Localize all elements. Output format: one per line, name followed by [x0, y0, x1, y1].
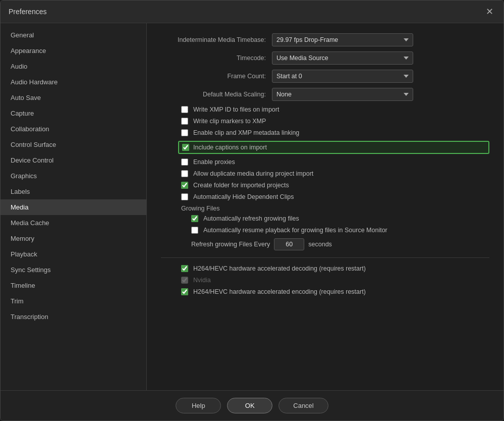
sidebar-item-trim[interactable]: Trim: [1, 293, 146, 309]
growing-checkbox-row-0: Automatically refresh growing files: [191, 215, 489, 222]
checkbox-4[interactable]: [181, 159, 188, 166]
sidebar-item-general[interactable]: General: [1, 27, 146, 43]
content-area: GeneralAppearanceAudioAudio HardwareAuto…: [1, 23, 503, 390]
help-button[interactable]: Help: [176, 398, 221, 413]
checkbox-label-3: Include captions on import: [193, 144, 267, 151]
sidebar-item-timeline[interactable]: Timeline: [1, 278, 146, 293]
indeterminate-label: Indeterminate Media Timebase:: [161, 36, 272, 43]
sidebar-item-auto-save[interactable]: Auto Save: [1, 90, 146, 106]
growing-files-checkboxes: Automatically refresh growing filesAutom…: [161, 215, 489, 234]
title-bar: Preferences ✕: [1, 1, 503, 23]
frame-count-control: Start at 0Start at 1: [272, 70, 413, 83]
hw-checkbox-1: [181, 277, 188, 284]
timecode-label: Timecode:: [161, 55, 272, 62]
checkbox-label-4: Enable proxies: [193, 159, 235, 166]
footer: Help OK Cancel: [1, 390, 503, 420]
checkbox-6[interactable]: [181, 182, 188, 189]
sidebar-item-control-surface[interactable]: Control Surface: [1, 137, 146, 152]
default-scaling-label: Default Media Scaling:: [161, 91, 272, 98]
hw-section: H264/HEVC hardware accelerated decoding …: [161, 265, 489, 295]
checkbox-5[interactable]: [181, 170, 188, 177]
frame-count-label: Frame Count:: [161, 73, 272, 80]
growing-checkbox-label-1: Automatically resume playback for growin…: [203, 227, 387, 234]
sidebar-item-audio[interactable]: Audio: [1, 59, 146, 74]
ok-button[interactable]: OK: [227, 398, 272, 413]
refresh-unit: seconds: [308, 241, 332, 248]
checkbox-label-1: Write clip markers to XMP: [193, 118, 266, 125]
sidebar-item-memory[interactable]: Memory: [1, 231, 146, 246]
main-content: Indeterminate Media Timebase: 29.97 fps …: [147, 23, 503, 390]
default-scaling-control: NoneSet to Frame SizeScale to Frame Size: [272, 88, 413, 101]
sidebar-item-labels[interactable]: Labels: [1, 184, 146, 199]
cancel-button[interactable]: Cancel: [278, 398, 328, 413]
sidebar-item-media-cache[interactable]: Media Cache: [1, 215, 146, 231]
hw-checkbox-label-0: H264/HEVC hardware accelerated decoding …: [193, 265, 366, 272]
hw-checkbox-row-2: H264/HEVC hardware accelerated encoding …: [181, 288, 489, 295]
checkbox-row-0: Write XMP ID to files on import: [181, 106, 489, 113]
sidebar-item-audio-hardware[interactable]: Audio Hardware: [1, 74, 146, 90]
refresh-row: Refresh growing Files Every seconds: [161, 238, 489, 250]
checkbox-7[interactable]: [181, 193, 188, 200]
timecode-control: Use Media SourceGenerate Timecode: [272, 51, 413, 65]
indeterminate-select[interactable]: 29.97 fps Drop-Frame23.976 fps24 fps25 f…: [272, 33, 413, 46]
sidebar: GeneralAppearanceAudioAudio HardwareAuto…: [1, 23, 147, 390]
hw-checkbox-0[interactable]: [181, 265, 188, 272]
checkbox-row-2: Enable clip and XMP metadata linking: [181, 129, 489, 136]
growing-checkbox-row-1: Automatically resume playback for growin…: [191, 227, 489, 234]
sidebar-item-playback[interactable]: Playback: [1, 246, 146, 262]
dialog-title: Preferences: [9, 8, 46, 16]
frame-count-select[interactable]: Start at 0Start at 1: [272, 70, 413, 83]
checkbox-3[interactable]: [182, 144, 189, 151]
growing-checkbox-0[interactable]: [191, 215, 198, 222]
checkbox-label-0: Write XMP ID to files on import: [193, 106, 279, 113]
close-button[interactable]: ✕: [483, 6, 495, 18]
checkbox-label-7: Automatically Hide Dependent Clips: [193, 193, 294, 200]
checkbox-row-6: Create folder for imported projects: [181, 182, 489, 189]
sidebar-item-device-control[interactable]: Device Control: [1, 152, 146, 168]
checkbox-row-4: Enable proxies: [181, 159, 489, 166]
frame-count-row: Frame Count: Start at 0Start at 1: [161, 70, 489, 83]
default-scaling-select[interactable]: NoneSet to Frame SizeScale to Frame Size: [272, 88, 413, 101]
indeterminate-control: 29.97 fps Drop-Frame23.976 fps24 fps25 f…: [272, 33, 413, 46]
indeterminate-row: Indeterminate Media Timebase: 29.97 fps …: [161, 33, 489, 46]
sidebar-item-appearance[interactable]: Appearance: [1, 43, 146, 59]
hw-checkbox-row-1: Nvidia: [181, 277, 489, 284]
checkbox-1[interactable]: [181, 118, 188, 125]
preferences-dialog: Preferences ✕ GeneralAppearanceAudioAudi…: [0, 0, 504, 421]
timecode-row: Timecode: Use Media SourceGenerate Timec…: [161, 51, 489, 65]
checkbox-row-1: Write clip markers to XMP: [181, 118, 489, 125]
default-scaling-row: Default Media Scaling: NoneSet to Frame …: [161, 88, 489, 101]
checkbox-2[interactable]: [181, 129, 188, 136]
refresh-label: Refresh growing Files Every: [191, 241, 270, 248]
timecode-select[interactable]: Use Media SourceGenerate Timecode: [272, 51, 413, 65]
growing-files-header: Growing Files: [161, 205, 489, 212]
checkbox-label-6: Create folder for imported projects: [193, 182, 289, 189]
checkbox-label-5: Allow duplicate media during project imp…: [193, 170, 313, 177]
checkbox-0[interactable]: [181, 106, 188, 113]
hw-checkbox-row-0: H264/HEVC hardware accelerated decoding …: [181, 265, 489, 272]
checkbox-label-2: Enable clip and XMP metadata linking: [193, 129, 299, 136]
sidebar-item-capture[interactable]: Capture: [1, 106, 146, 121]
sidebar-item-collaboration[interactable]: Collaboration: [1, 121, 146, 137]
hw-checkbox-label-1: Nvidia: [193, 277, 211, 284]
checkbox-row-5: Allow duplicate media during project imp…: [181, 170, 489, 177]
growing-checkbox-1[interactable]: [191, 227, 198, 234]
checkboxes-area: Write XMP ID to files on importWrite cli…: [161, 106, 489, 200]
sidebar-item-media[interactable]: Media: [1, 199, 146, 215]
checkbox-row-3: Include captions on import: [178, 141, 489, 154]
sidebar-item-graphics[interactable]: Graphics: [1, 168, 146, 184]
hw-checkbox-label-2: H264/HEVC hardware accelerated encoding …: [193, 288, 366, 295]
sidebar-item-sync-settings[interactable]: Sync Settings: [1, 262, 146, 278]
checkbox-row-7: Automatically Hide Dependent Clips: [181, 193, 489, 200]
sidebar-item-transcription[interactable]: Transcription: [1, 309, 146, 325]
refresh-input[interactable]: [274, 238, 304, 250]
growing-checkbox-label-0: Automatically refresh growing files: [203, 215, 299, 222]
hw-checkbox-2[interactable]: [181, 288, 188, 295]
